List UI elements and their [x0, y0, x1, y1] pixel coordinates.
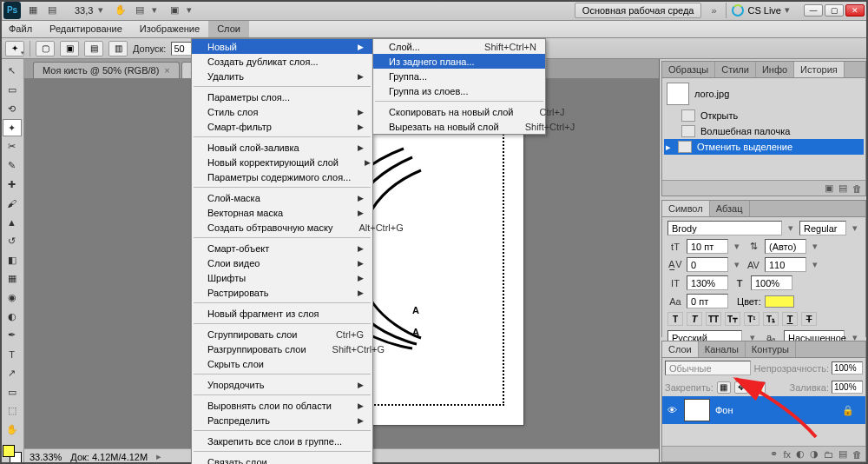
history-step[interactable]: Открыть	[664, 108, 864, 123]
menu-file[interactable]: Файл	[0, 21, 41, 37]
tab-character[interactable]: Символ	[662, 201, 710, 216]
magic-wand-tool[interactable]: ✦	[3, 119, 22, 136]
tool-preset-icon[interactable]: ✦▾	[5, 41, 24, 56]
strike-button[interactable]: T	[801, 312, 817, 326]
color-swatches[interactable]	[3, 445, 22, 464]
menu-item[interactable]: Группа...	[373, 69, 545, 83]
menu-item[interactable]: Новый слой-заливка▶	[192, 140, 372, 155]
fill-input[interactable]	[832, 381, 863, 394]
menu-item[interactable]: Сгруппировать слоиCtrl+G	[192, 327, 372, 341]
menu-item[interactable]: Параметры содержимого слоя...	[192, 169, 372, 184]
tab-channels[interactable]: Каналы	[699, 341, 746, 357]
history-step[interactable]: Волшебная палочка	[664, 123, 864, 139]
menu-item[interactable]: Слои видео▶	[192, 255, 372, 270]
menu-item[interactable]: Смарт-объект▶	[192, 241, 372, 255]
baseline-input[interactable]: 0 пт	[687, 294, 728, 308]
menu-item[interactable]: Упорядочить▶	[192, 377, 372, 392]
menu-item[interactable]: Разгруппировать слоиShift+Ctrl+G	[192, 341, 372, 356]
tab-paragraph[interactable]: Абзац	[710, 201, 750, 216]
status-arrow-icon[interactable]: ▸	[156, 451, 161, 462]
healing-tool[interactable]: ✚	[3, 176, 22, 193]
tab-info[interactable]: Инфо	[756, 62, 794, 77]
menu-item[interactable]: Закрепить все слои в группе...	[192, 434, 372, 448]
workspace-expand-icon[interactable]: »	[707, 5, 720, 16]
selection-subtract-icon[interactable]: ▤	[84, 41, 103, 56]
menu-item[interactable]: Шрифты▶	[192, 270, 372, 285]
selection-intersect-icon[interactable]: ▥	[108, 41, 128, 56]
history-snapshot[interactable]: лого.jpg	[664, 80, 864, 108]
mini-bridge-icon[interactable]: ▤	[45, 3, 59, 17]
dropdown-icon[interactable]: ▾	[810, 241, 820, 252]
trash-icon[interactable]: 🗑	[852, 183, 862, 194]
color-swatch[interactable]	[765, 295, 794, 308]
subscript-button[interactable]: T₁	[763, 312, 779, 326]
eraser-tool[interactable]: ◧	[3, 251, 22, 268]
menu-item[interactable]: Параметры слоя...	[192, 89, 372, 104]
shape-tool[interactable]: ▭	[3, 383, 22, 401]
tab-styles[interactable]: Стили	[715, 62, 756, 77]
menu-item[interactable]: Векторная маска▶	[192, 205, 372, 220]
brush-tool[interactable]: 🖌	[3, 195, 22, 212]
menu-edit[interactable]: Редактирование	[41, 21, 131, 37]
history-step[interactable]: ▸Отменить выделение	[664, 139, 864, 155]
bold-button[interactable]: T	[667, 312, 683, 326]
close-icon[interactable]: ×	[164, 65, 169, 76]
move-tool[interactable]: ↖	[3, 63, 22, 80]
cs-live-dropdown[interactable]: ▾	[785, 4, 795, 16]
vscale-input[interactable]: 130%	[687, 275, 728, 290]
menu-item[interactable]: Вырезать на новый слойShift+Ctrl+J	[373, 119, 545, 134]
menu-item[interactable]: Новый корректирующий слой▶	[192, 155, 372, 169]
menu-item[interactable]: Скопировать на новый слойCtrl+J	[373, 104, 545, 119]
selection-new-icon[interactable]: ▢	[36, 41, 55, 56]
hand-tool[interactable]: ✋	[3, 421, 22, 439]
adjustment-icon[interactable]: ◑	[810, 448, 819, 460]
font-style-select[interactable]: Regular	[799, 221, 846, 235]
fx-icon[interactable]: fx	[783, 449, 791, 460]
menu-item[interactable]: Новый▶	[192, 39, 372, 54]
menu-item[interactable]: Группа из слоев...	[373, 83, 545, 98]
lasso-tool[interactable]: ⟲	[3, 100, 22, 117]
lock-all-icon[interactable]: 🔒	[752, 381, 766, 394]
font-size-input[interactable]: 10 пт	[687, 239, 728, 254]
menu-item[interactable]: Растрировать▶	[192, 285, 372, 300]
cs-live[interactable]: CS Live ▾	[732, 4, 795, 17]
minimize-button[interactable]: —	[804, 4, 823, 17]
menu-item[interactable]: Создать дубликат слоя...	[192, 54, 372, 69]
lock-pixels-icon[interactable]: ▦	[717, 381, 731, 394]
tab-swatches[interactable]: Образцы	[662, 62, 715, 77]
menu-item[interactable]: Создать обтравочную маскуAlt+Ctrl+G	[192, 220, 372, 235]
doc-tab-1[interactable]: Моя кисть @ 50% (RGB/8)×	[33, 62, 180, 78]
menu-item[interactable]: Удалить▶	[192, 69, 372, 83]
dropdown-icon[interactable]: ▾	[732, 241, 742, 252]
dropdown-icon[interactable]: ▾	[732, 259, 742, 270]
font-family-select[interactable]: Brody	[667, 221, 782, 235]
3d-tool[interactable]: ⬚	[3, 402, 22, 420]
eyedropper-tool[interactable]: ✎	[3, 157, 22, 175]
visibility-icon[interactable]: 👁	[665, 405, 679, 415]
stamp-tool[interactable]: ▲	[3, 214, 22, 231]
marquee-tool[interactable]: ▭	[3, 82, 22, 99]
workspace-switcher[interactable]: Основная рабочая среда	[575, 3, 702, 18]
close-button[interactable]: ✕	[845, 4, 865, 17]
camera-icon[interactable]: ▣	[825, 182, 833, 194]
hand-icon[interactable]: ✋	[114, 3, 128, 17]
trash-icon[interactable]: 🗑	[852, 449, 862, 460]
bridge-icon[interactable]: ▦	[26, 3, 40, 17]
smallcaps-button[interactable]: Tᴛ	[725, 312, 740, 326]
layer-row[interactable]: 👁 Фон 🔒	[662, 396, 865, 424]
gradient-tool[interactable]: ▦	[3, 270, 22, 288]
menu-item[interactable]: Выровнять слои по области▶	[192, 398, 372, 413]
blur-tool[interactable]: ◉	[3, 289, 22, 307]
lock-position-icon[interactable]: ✥	[734, 381, 748, 394]
allcaps-button[interactable]: TT	[706, 312, 721, 326]
superscript-button[interactable]: T¹	[744, 312, 760, 326]
menu-item[interactable]: Новый фрагмент из слоя	[192, 306, 372, 321]
tab-history[interactable]: История	[794, 62, 845, 77]
zoom-dropdown[interactable]: ▾	[98, 4, 108, 16]
hscale-input[interactable]: 100%	[751, 275, 792, 290]
history-brush-tool[interactable]: ↺	[3, 232, 22, 249]
selection-add-icon[interactable]: ▣	[60, 41, 79, 56]
crop-tool[interactable]: ✂	[3, 138, 22, 156]
menu-item[interactable]: Связать слои	[192, 454, 372, 464]
tab-paths[interactable]: Контуры	[746, 341, 796, 357]
